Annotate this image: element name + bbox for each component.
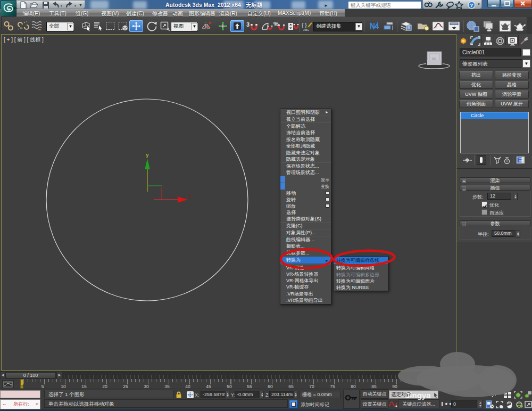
svg-text:?: ? [470,2,473,8]
svg-text:∞: ∞ [38,27,41,31]
svg-text:ABC: ABC [303,28,309,31]
svg-text:{ }: { } [302,22,307,28]
svg-text:x: x [189,193,192,199]
svg-text:%: % [20,27,23,30]
svg-text:y: y [146,152,149,158]
